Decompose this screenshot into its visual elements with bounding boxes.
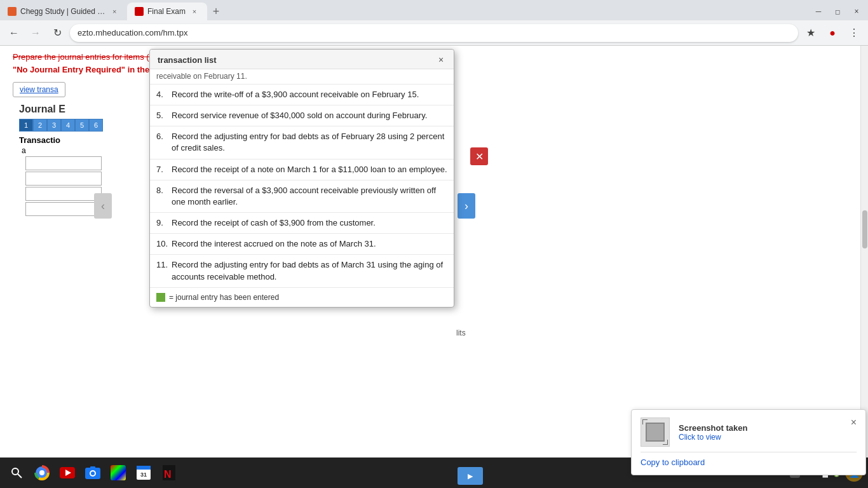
done-button[interactable]: ▶: [458, 467, 483, 485]
minimize-button[interactable]: ─: [810, 3, 827, 20]
bookmark-button[interactable]: ★: [802, 24, 820, 42]
taskbar-search-icon[interactable]: [5, 461, 28, 484]
svg-point-8: [91, 471, 95, 475]
modal-header: transaction list ×: [150, 50, 454, 69]
toast-top-row: Screenshot taken Click to view ×: [641, 417, 857, 447]
tab-num-6[interactable]: 6: [89, 119, 103, 132]
toast-text-area: Screenshot taken Click to view: [679, 423, 747, 442]
tab-num-5[interactable]: 5: [75, 119, 89, 132]
tab-chegg-close[interactable]: ×: [110, 6, 119, 17]
forward-button[interactable]: →: [27, 24, 44, 42]
modal-body[interactable]: receivable on February 11. 4. Record the…: [150, 69, 454, 307]
toast-close-button[interactable]: ×: [851, 417, 857, 428]
tab-num-1[interactable]: 1: [19, 119, 33, 132]
svg-rect-11: [137, 466, 151, 470]
legend-row: = journal entry has been entered: [150, 288, 454, 307]
screenshot-thumbnail[interactable]: [641, 417, 670, 447]
tab-num-4[interactable]: 4: [61, 119, 75, 132]
new-tab-button[interactable]: +: [207, 3, 225, 20]
list-item-4[interactable]: 4. Record the write-off of a $3,900 acco…: [150, 85, 454, 105]
taskbar-chrome-icon[interactable]: [31, 461, 53, 484]
toast-click-to-view[interactable]: Click to view: [679, 433, 747, 442]
toast-content: Screenshot taken Click to view: [641, 417, 747, 447]
finalexam-favicon: [135, 7, 144, 16]
thumbnail-corner-tl: [642, 419, 648, 424]
list-item-10[interactable]: 10. Record the interest accrued on the n…: [150, 234, 454, 255]
list-item-5[interactable]: 5. Record service revenue of $340,000 so…: [150, 105, 454, 126]
browser-frame: Chegg Study | Guided S... × Final Exam ×…: [0, 0, 868, 488]
close-window-button[interactable]: ×: [848, 3, 865, 20]
list-item-11[interactable]: 11. Record the adjusting entry for bad d…: [150, 255, 454, 287]
address-bar-row: ← → ↻ ★ ● ⋮: [0, 20, 868, 46]
back-button[interactable]: ←: [5, 24, 23, 42]
tab-num-3[interactable]: 3: [47, 119, 61, 132]
transaction-list-modal: transaction list × receivable on Februar…: [149, 49, 454, 308]
svg-line-1: [18, 474, 22, 478]
address-input[interactable]: [70, 24, 798, 42]
reload-button[interactable]: ↻: [48, 24, 66, 42]
list-item-9[interactable]: 9. Record the receipt of cash of $3,900 …: [150, 213, 454, 234]
view-transaction-button[interactable]: view transa: [13, 82, 65, 97]
page-scrollbar[interactable]: [860, 46, 868, 458]
chegg-favicon: [8, 7, 17, 16]
modal-close-button[interactable]: ×: [436, 55, 446, 65]
bg-label-its: lits: [456, 329, 466, 337]
taskbar-netflix-icon[interactable]: N: [158, 461, 180, 484]
thumbnail-inner: [646, 423, 665, 442]
tab-chegg[interactable]: Chegg Study | Guided S... ×: [0, 3, 127, 20]
input-box-3[interactable]: [25, 187, 102, 201]
taskbar-camera-icon[interactable]: [81, 461, 104, 484]
taskbar-colorapp-icon[interactable]: [107, 461, 130, 484]
menu-button[interactable]: ⋮: [845, 24, 863, 42]
taskbar-youtube-icon[interactable]: [56, 461, 79, 484]
tab-bar: Chegg Study | Guided S... × Final Exam ×…: [0, 0, 868, 20]
legend-color-box: [156, 293, 165, 302]
toast-divider: [641, 452, 857, 452]
next-arrow-button[interactable]: ›: [458, 193, 475, 219]
tab-chegg-title: Chegg Study | Guided S...: [20, 7, 106, 16]
page-content: Prepare the journal entries for items (a…: [0, 46, 868, 488]
prev-arrow-button[interactable]: ‹: [94, 193, 112, 219]
tab-num-2[interactable]: 2: [33, 119, 47, 132]
input-box-4[interactable]: [25, 202, 102, 216]
legend-text: = journal entry has been entered: [169, 293, 279, 302]
svg-text:31: 31: [140, 471, 147, 478]
background-close-button[interactable]: ✕: [470, 147, 488, 165]
modal-title: transaction list: [158, 55, 216, 65]
thumbnail-corner-br: [663, 440, 668, 445]
taskbar-calendar-icon[interactable]: 31: [132, 461, 155, 484]
svg-point-0: [12, 468, 18, 475]
input-box-2[interactable]: [25, 172, 102, 186]
scrollbar-thumb[interactable]: [862, 210, 867, 248]
svg-point-3: [39, 470, 44, 475]
restore-button[interactable]: ◻: [829, 3, 846, 20]
list-item-8[interactable]: 8. Record the reversal of a $3,900 accou…: [150, 180, 454, 213]
list-item-6[interactable]: 6. Record the adjusting entry for bad de…: [150, 126, 454, 159]
svg-rect-9: [90, 466, 95, 469]
toast-title: Screenshot taken: [679, 423, 747, 433]
toast-copy-clipboard-button[interactable]: Copy to clipboard: [641, 458, 857, 467]
screenshot-toast: Screenshot taken Click to view × Copy to…: [631, 409, 866, 475]
input-box-1[interactable]: [25, 156, 102, 170]
pinterest-button[interactable]: ●: [824, 24, 841, 42]
svg-text:N: N: [164, 469, 172, 480]
tab-finalexam-close[interactable]: ×: [189, 6, 200, 17]
tab-finalexam-title: Final Exam: [147, 7, 186, 16]
tab-final-exam[interactable]: Final Exam ×: [127, 3, 207, 20]
list-item-7[interactable]: 7. Record the receipt of a note on March…: [150, 159, 454, 180]
list-item[interactable]: receivable on February 11.: [150, 69, 454, 85]
